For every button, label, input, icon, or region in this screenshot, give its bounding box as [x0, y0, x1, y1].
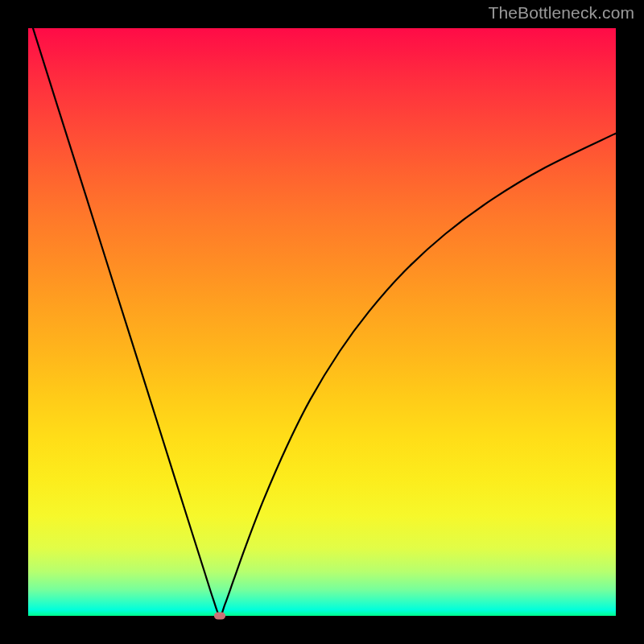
minimum-marker [214, 613, 225, 620]
chart-frame: TheBottleneck.com [0, 0, 644, 644]
watermark-text: TheBottleneck.com [489, 3, 634, 23]
bottleneck-curve [28, 28, 616, 616]
plot-area [28, 28, 616, 616]
